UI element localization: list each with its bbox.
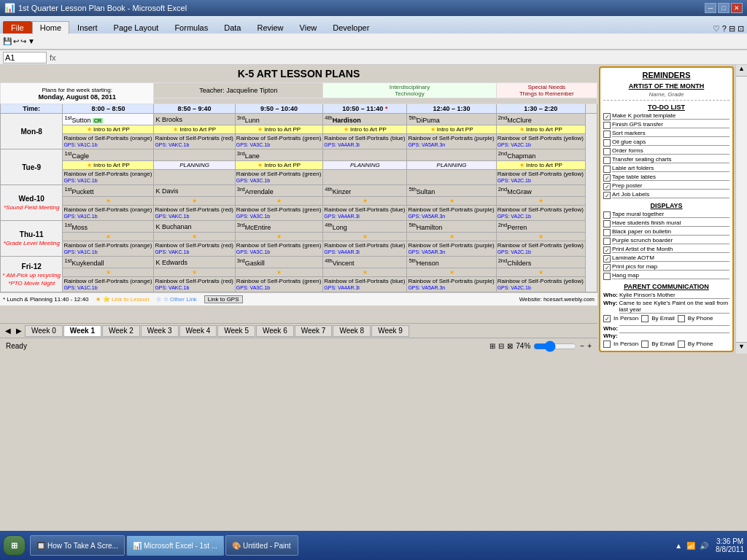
tray-icon-1[interactable]: ▲ [675,542,682,550]
disp-check-8[interactable] [603,273,611,280]
sheet-tab-week7[interactable]: Week 7 [295,325,333,337]
todo-check-3[interactable] [603,131,611,138]
start-button[interactable]: ⊞ [3,535,26,556]
mon-rainbow-5: Rainbow of Self-Portraits (purple)GPS: V… [407,134,496,149]
zoom-slider[interactable] [533,342,577,351]
zoom-in-icon[interactable]: + [587,342,592,350]
sheet-tab-next[interactable]: ▶ [14,327,24,335]
sheet-tab-prev[interactable]: ◀ [3,327,13,335]
view-normal-icon[interactable]: ⊞ [489,342,495,350]
todo-8: Tape table lables [603,174,729,182]
sheet-tab-week9[interactable]: Week 9 [371,325,409,337]
view-preview-icon[interactable]: ⊠ [507,342,513,350]
fri-rainbow-4: Rainbow of Self-Portraits (blue)GPS: VA4… [323,277,407,292]
tab-view[interactable]: View [292,21,325,34]
mon-t1: 1stSutton [64,117,90,124]
todo-9: Prep poster [603,182,729,190]
todo-check-1[interactable] [603,113,611,120]
quick-access-more[interactable]: ▼ [28,37,35,45]
paint-label: Untitled - Paint [243,542,291,550]
close-button[interactable]: ✕ [731,3,743,13]
sheet-tab-week3[interactable]: Week 3 [141,325,179,337]
sheet-tab-week6[interactable]: Week 6 [256,325,294,337]
taskbar-paint[interactable]: 🎨 Untitled - Paint [225,535,298,556]
minimize-button[interactable]: ─ [705,3,716,13]
maximize-button[interactable]: □ [718,3,729,13]
network-icon: 📶 [686,542,695,550]
formula-icon: fx [50,53,56,62]
tab-formulas[interactable]: Formulas [166,21,216,34]
todo-check-10[interactable] [603,192,611,199]
ribbon: File Home Insert Page Layout Formulas Da… [0,16,747,50]
fri-rainbow-1: Rainbow of Self-Portraits (orange)GPS: V… [63,277,154,292]
todo-text-3: Sort markers [612,130,729,137]
sheet-tab-week8[interactable]: Week 8 [333,325,371,337]
help-icon[interactable]: ♡ ? ⊟ ⊡ [713,24,744,34]
email-check[interactable] [641,315,649,322]
tue-planning-2: PLANNING [323,161,407,170]
disp-check-1[interactable] [603,211,611,219]
tab-home[interactable]: Home [32,21,69,34]
display-5: Print Artist of the Month [603,246,729,254]
sheet-tab-week4[interactable]: Week 4 [179,325,217,337]
phone-check[interactable] [678,315,685,322]
todo-check-2[interactable] [603,122,611,129]
scroll-down[interactable]: ▼ [736,342,747,354]
fri-note: * AM-Pick up recycling*PTO Movie Night [2,272,61,287]
vertical-scrollbar[interactable]: ▲ ▼ [735,65,747,354]
inperson-check-2[interactable] [603,341,611,348]
todo-check-5[interactable] [603,148,611,155]
tue-planning-1: PLANNING [154,161,235,170]
gps-button[interactable]: Link to GPS [204,295,243,303]
quick-access-save[interactable]: 💾 [3,37,12,45]
sheet-tab-week1[interactable]: Week 1 [63,325,101,337]
todo-check-4[interactable] [603,139,611,147]
mon-rainbow-6: Rainbow of Self-Portraits (yellow)GPS: V… [496,134,585,149]
interdisciplinary-label: Interdisciplinary [325,84,494,90]
tab-page-layout[interactable]: Page Layout [106,21,167,34]
disp-check-7[interactable] [603,264,611,271]
clock: 3:36 PM 8/8/2011 [716,537,744,553]
sheet-tab-week2[interactable]: Week 2 [102,325,140,337]
tab-review[interactable]: Review [249,21,291,34]
todo-check-6[interactable] [603,157,611,164]
tue-rainbow-1: Rainbow of Self-Portraits (orange)GPS: V… [63,170,154,185]
name-box[interactable] [3,52,47,63]
taskbar-excel[interactable]: 📊 Microsoft Excel - 1st ... [126,535,224,556]
quick-access-undo[interactable]: ↩ [13,37,19,45]
disp-check-4[interactable] [603,238,611,245]
email-check-2[interactable] [641,341,649,348]
display-7: Print pics for map [603,263,729,271]
tab-developer[interactable]: Developer [325,21,377,34]
taskbar-screentaker[interactable]: 🔲 How To Take A Scre... [30,535,125,556]
lesson-table: K-5 ART LESSON PLANS Plans for the week … [0,65,597,292]
tab-data[interactable]: Data [216,21,249,34]
disp-check-3[interactable] [603,229,611,236]
view-layout-icon[interactable]: ⊟ [498,342,504,350]
excel-icon: 📊 [4,3,15,13]
phone-label: By Phone [688,315,713,322]
tab-file[interactable]: File [3,21,32,34]
star-icon-mon5: ★ [430,126,436,133]
disp-check-2[interactable] [603,220,611,228]
todo-10: Art Job Labels [603,191,729,199]
sheet-tab-week5[interactable]: Week 5 [217,325,255,337]
spreadsheet[interactable]: K-5 ART LESSON PLANS Plans for the week … [0,65,597,323]
sheet-tab-week0[interactable]: Week 0 [25,325,63,337]
disp-check-5[interactable] [603,246,611,254]
disp-text-1: Tape mural together [612,211,729,218]
disp-text-8: Hang map [612,272,729,279]
todo-check-8[interactable] [603,174,611,182]
phone-check-2[interactable] [678,341,685,348]
zoom-out-icon[interactable]: − [580,342,584,350]
scroll-up[interactable]: ▲ [736,65,747,77]
todo-check-7[interactable] [603,166,611,173]
volume-icon[interactable]: 🔊 [700,542,708,550]
quick-access-redo[interactable]: ↪ [20,37,26,45]
inperson-check[interactable] [603,315,611,322]
who-label: Who: [603,292,618,298]
tab-insert[interactable]: Insert [69,21,106,34]
disp-check-6[interactable] [603,255,611,262]
todo-check-9[interactable] [603,183,611,190]
disp-text-3: Black paper on bulletin [612,228,729,236]
